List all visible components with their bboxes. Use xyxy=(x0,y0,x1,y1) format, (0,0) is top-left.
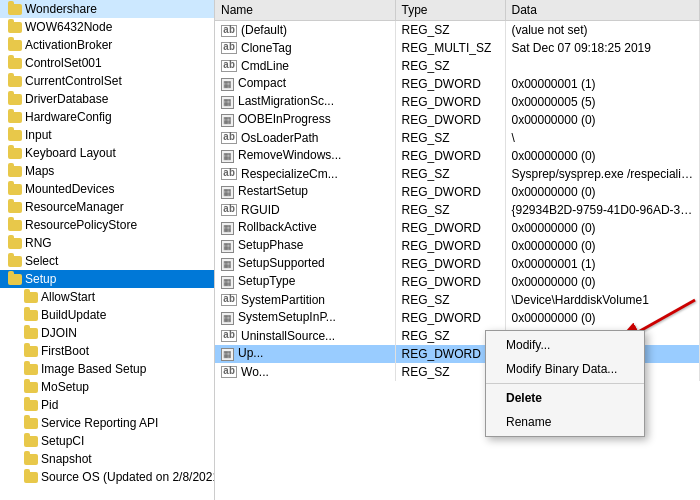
cell-data: Sat Dec 07 09:18:25 2019 xyxy=(505,39,700,57)
cell-name: ▦SetupSupported xyxy=(215,255,395,273)
cell-name: abCloneTag xyxy=(215,39,395,57)
sidebar-item-controlset001[interactable]: ControlSet001 xyxy=(0,54,214,72)
sidebar-item-firstboot[interactable]: FirstBoot xyxy=(0,342,214,360)
sidebar-item-snapshot[interactable]: Snapshot xyxy=(0,450,214,468)
table-row[interactable]: abOsLoaderPathREG_SZ\ xyxy=(215,129,700,147)
sidebar-item-label: Wondershare xyxy=(25,2,97,16)
context-menu: Modify...Modify Binary Data...DeleteRena… xyxy=(485,330,645,437)
cell-type: REG_SZ xyxy=(395,291,505,309)
sidebar-item-wondershare[interactable]: Wondershare xyxy=(0,0,214,18)
table-row[interactable]: ▦CompactREG_DWORD0x00000001 (1) xyxy=(215,75,700,93)
sidebar-item-djoin[interactable]: DJOIN xyxy=(0,324,214,342)
context-menu-item-modify[interactable]: Modify... xyxy=(486,333,644,357)
cell-type: REG_DWORD xyxy=(395,75,505,93)
sidebar-item-maps[interactable]: Maps xyxy=(0,162,214,180)
context-menu-item-modify-binary[interactable]: Modify Binary Data... xyxy=(486,357,644,381)
table-row[interactable]: ▦SetupTypeREG_DWORD0x00000000 (0) xyxy=(215,273,700,291)
cell-type: REG_DWORD xyxy=(395,219,505,237)
sidebar-item-mosetup[interactable]: MoSetup xyxy=(0,378,214,396)
folder-icon xyxy=(24,470,38,484)
col-header-data: Data xyxy=(505,0,700,21)
table-row[interactable]: abRespecializeCm...REG_SZSysprep/sysprep… xyxy=(215,165,700,183)
ab-icon: ab xyxy=(221,168,237,180)
table-row[interactable]: ▦RollbackActiveREG_DWORD0x00000000 (0) xyxy=(215,219,700,237)
table-row[interactable]: abCmdLineREG_SZ xyxy=(215,57,700,75)
sidebar-item-source-os-(updated-on-2/8/2021...[interactable]: Source OS (Updated on 2/8/2021... xyxy=(0,468,214,486)
table-row[interactable]: abCloneTagREG_MULTI_SZSat Dec 07 09:18:2… xyxy=(215,39,700,57)
table-row[interactable]: ▦RestartSetupREG_DWORD0x00000000 (0) xyxy=(215,183,700,201)
sidebar-item-mounteddevices[interactable]: MountedDevices xyxy=(0,180,214,198)
sidebar-item-currentcontrolset[interactable]: CurrentControlSet xyxy=(0,72,214,90)
cell-type: REG_DWORD xyxy=(395,309,505,327)
cell-data: Sysprep/sysprep.exe /respecialize /quiet xyxy=(505,165,700,183)
cell-data: 0x00000000 (0) xyxy=(505,183,700,201)
cell-data: \ xyxy=(505,129,700,147)
cell-name: ▦SetupType xyxy=(215,273,395,291)
cell-type: REG_SZ xyxy=(395,201,505,219)
table-row[interactable]: ab(Default)REG_SZ(value not set) xyxy=(215,21,700,39)
sidebar-item-setupci[interactable]: SetupCI xyxy=(0,432,214,450)
cell-type: REG_SZ xyxy=(395,129,505,147)
cell-type: REG_DWORD xyxy=(395,111,505,129)
folder-icon xyxy=(24,416,38,430)
sidebar-item-wow6432node[interactable]: WOW6432Node xyxy=(0,18,214,36)
dword-icon: ▦ xyxy=(221,186,234,199)
folder-icon xyxy=(8,110,22,124)
sidebar-item-rng[interactable]: RNG xyxy=(0,234,214,252)
ab-icon: ab xyxy=(221,132,237,144)
sidebar-item-label: ResourceManager xyxy=(25,200,124,214)
cell-name: ▦Compact xyxy=(215,75,395,93)
table-row[interactable]: ▦SystemSetupInP...REG_DWORD0x00000000 (0… xyxy=(215,309,700,327)
sidebar-item-label: Setup xyxy=(25,272,56,286)
sidebar-item-hardwareconfig[interactable]: HardwareConfig xyxy=(0,108,214,126)
sidebar-item-setup[interactable]: Setup xyxy=(0,270,214,288)
sidebar-item-input[interactable]: Input xyxy=(0,126,214,144)
table-row[interactable]: ▦RemoveWindows...REG_DWORD0x00000000 (0) xyxy=(215,147,700,165)
table-row[interactable]: ▦SetupPhaseREG_DWORD0x00000000 (0) xyxy=(215,237,700,255)
folder-icon xyxy=(24,434,38,448)
sidebar-item-label: Image Based Setup xyxy=(41,362,146,376)
sidebar-item-service-reporting-api[interactable]: Service Reporting API xyxy=(0,414,214,432)
col-header-name: Name xyxy=(215,0,395,21)
sidebar-item-resourcepolicystore[interactable]: ResourcePolicyStore xyxy=(0,216,214,234)
sidebar-item-label: Select xyxy=(25,254,58,268)
table-row[interactable]: ▦LastMigrationSc...REG_DWORD0x00000005 (… xyxy=(215,93,700,111)
cell-type: REG_SZ xyxy=(395,21,505,39)
registry-tree-sidebar[interactable]: WondershareWOW6432NodeActivationBrokerCo… xyxy=(0,0,215,500)
ab-icon: ab xyxy=(221,366,237,378)
sidebar-item-label: ActivationBroker xyxy=(25,38,112,52)
context-menu-item-delete[interactable]: Delete xyxy=(486,386,644,410)
context-menu-item-rename[interactable]: Rename xyxy=(486,410,644,434)
cell-data: 0x00000000 (0) xyxy=(505,147,700,165)
cell-data: 0x00000000 (0) xyxy=(505,237,700,255)
table-row[interactable]: abSystemPartitionREG_SZ\Device\HarddiskV… xyxy=(215,291,700,309)
sidebar-item-label: Maps xyxy=(25,164,54,178)
table-row[interactable]: abRGUIDREG_SZ{92934B2D-9759-41D0-96AD-3E… xyxy=(215,201,700,219)
registry-table: Name Type Data ab(Default)REG_SZ(value n… xyxy=(215,0,700,381)
table-row[interactable]: ▦SetupSupportedREG_DWORD0x00000001 (1) xyxy=(215,255,700,273)
sidebar-item-driverdatabase[interactable]: DriverDatabase xyxy=(0,90,214,108)
ab-icon: ab xyxy=(221,25,237,37)
context-menu-separator xyxy=(486,383,644,384)
cell-data: 0x00000005 (5) xyxy=(505,93,700,111)
sidebar-item-label: MoSetup xyxy=(41,380,89,394)
sidebar-item-activationbroker[interactable]: ActivationBroker xyxy=(0,36,214,54)
sidebar-item-resourcemanager[interactable]: ResourceManager xyxy=(0,198,214,216)
folder-icon xyxy=(8,74,22,88)
cell-name: ▦SetupPhase xyxy=(215,237,395,255)
registry-values-panel[interactable]: Name Type Data ab(Default)REG_SZ(value n… xyxy=(215,0,700,500)
cell-name: abWo... xyxy=(215,363,395,381)
sidebar-item-allowstart[interactable]: AllowStart xyxy=(0,288,214,306)
dword-icon: ▦ xyxy=(221,240,234,253)
folder-icon xyxy=(8,128,22,142)
table-row[interactable]: ▦OOBEInProgressREG_DWORD0x00000000 (0) xyxy=(215,111,700,129)
sidebar-item-buildupdate[interactable]: BuildUpdate xyxy=(0,306,214,324)
dword-icon: ▦ xyxy=(221,222,234,235)
sidebar-item-image-based-setup[interactable]: Image Based Setup xyxy=(0,360,214,378)
sidebar-item-pid[interactable]: Pid xyxy=(0,396,214,414)
cell-type: REG_DWORD xyxy=(395,147,505,165)
sidebar-item-label: BuildUpdate xyxy=(41,308,106,322)
sidebar-item-select[interactable]: Select xyxy=(0,252,214,270)
sidebar-item-keyboard-layout[interactable]: Keyboard Layout xyxy=(0,144,214,162)
sidebar-item-label: HardwareConfig xyxy=(25,110,112,124)
